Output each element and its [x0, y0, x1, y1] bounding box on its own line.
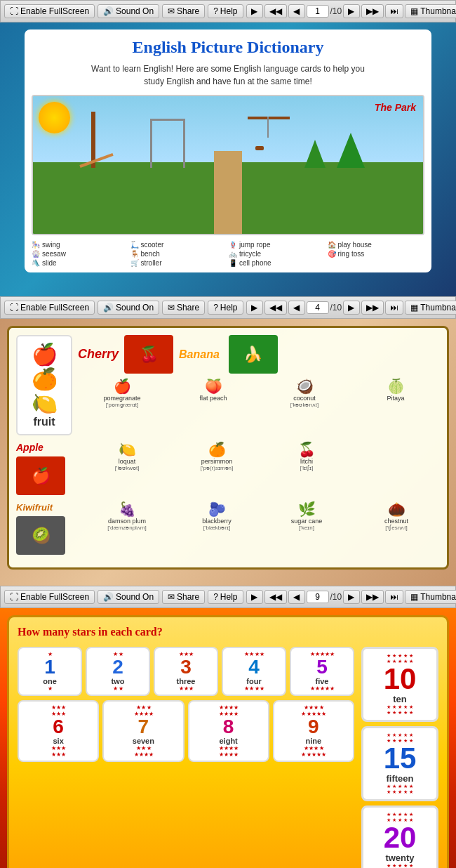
big-num-card-10: ★ ★ ★ ★ ★★ ★ ★ ★ ★ 10 ten ★ ★ ★ ★ ★★ ★ ★… [361, 647, 438, 722]
sound-icon-1: 🔊 [103, 6, 114, 16]
digit-8: 8 [192, 717, 265, 737]
nav-next-3[interactable]: ▶ [343, 590, 360, 604]
thumbnails-button-2[interactable]: ▦ Thumbnails [405, 301, 456, 315]
page-input-2[interactable] [307, 301, 329, 314]
help-icon-1: ? [213, 6, 218, 16]
park-label: The Park [375, 102, 416, 113]
digit-6: 6 [22, 717, 95, 737]
vocab-empty [328, 259, 425, 267]
nav-next-fast-2[interactable]: ▶▶ [361, 301, 384, 315]
digit-2: 2 [90, 657, 146, 677]
nav-first-1[interactable]: ◀◀ [264, 4, 287, 18]
nav-prev-3[interactable]: ◀ [288, 590, 305, 604]
share-button-3[interactable]: ✉ Share [162, 590, 205, 604]
swing-bar [248, 117, 290, 119]
nav-play-3[interactable]: ▶ [246, 590, 263, 604]
page-total-1: /10 [330, 6, 342, 16]
stars-3b: ★ ★ ★ [158, 685, 214, 692]
num-card-4: ★ ★ ★ ★ 4 four ★ ★ ★ ★ [222, 647, 286, 696]
digit-5: 5 [294, 657, 350, 677]
nav-first-3[interactable]: ◀◀ [264, 590, 287, 604]
toolbar-1: ⛶ Enable FullScreen 🔊 Sound On ✉ Share ?… [0, 0, 456, 22]
share-button-2[interactable]: ✉ Share [162, 301, 205, 315]
word-7: seven [107, 737, 180, 745]
help-button-3[interactable]: ? Help [208, 590, 243, 604]
park-sun [39, 102, 70, 133]
numbers-row2: ★ ★ ★★ ★ ★ 6 six ★ ★ ★★ ★ ★ ★ ★ ★★ ★ ★ ★… [18, 700, 354, 762]
page-input-3[interactable] [307, 591, 329, 603]
word-6: six [22, 737, 95, 745]
nav-next-fast-3[interactable]: ▶▶ [361, 590, 384, 604]
sound-button-1[interactable]: 🔊 Sound On [98, 4, 159, 18]
vocab-ringtoss: 🎯 ring toss [328, 250, 425, 258]
nav-play-1[interactable]: ▶ [246, 4, 263, 18]
word-4: four [226, 677, 282, 685]
fruit-blackberry: 🫐 blackberry ['blækbərɪ] [173, 501, 260, 531]
help-icon-3: ? [213, 592, 218, 602]
fullscreen-icon-1: ⛶ [10, 6, 18, 16]
thumbnails-button-1[interactable]: ▦ Thumbnails [405, 4, 456, 18]
fruit-damsonplum: 🍇 damson plum ['dæmzənplʌm] [83, 501, 170, 531]
share-button-1[interactable]: ✉ Share [162, 4, 205, 18]
digit-4: 4 [226, 657, 282, 677]
section-page4: ⛶ Enable FullScreen 🔊 Sound On ✉ Share ?… [0, 296, 456, 586]
fullscreen-icon-2: ⛶ [10, 303, 18, 313]
num-card-3: ★ ★ ★ 3 three ★ ★ ★ [154, 647, 218, 696]
vocab-jumprope: 🪢 jump rope [229, 241, 326, 249]
fullscreen-button-2[interactable]: ⛶ Enable FullScreen [4, 301, 95, 315]
nav-next-1[interactable]: ▶ [343, 4, 360, 18]
vocabulary-grid: 🎠 swing 🛴 scooter 🪢 jump rope 🏠 play hou… [25, 235, 431, 272]
stars-1b: ★ [22, 685, 78, 692]
nav-prev-1[interactable]: ◀ [288, 4, 305, 18]
nav-last-1[interactable]: ⏭ [385, 4, 403, 18]
kiwi-section: Kiwifruit 🥝 🍇 damson plum ['dæmzənplʌm] … [16, 501, 440, 555]
page-input-1[interactable] [307, 5, 329, 18]
kiwi-left: Kiwifruit 🥝 [16, 501, 78, 555]
big-word-10: ten [370, 694, 429, 704]
fullscreen-button-1[interactable]: ⛶ Enable FullScreen [4, 4, 95, 18]
fruit-top-row: 🍎🍊🍋 fruit Cherry 🍒 Banana 🍌 🍎 [16, 335, 440, 435]
help-button-2[interactable]: ? Help [208, 301, 243, 315]
nav-play-2[interactable]: ▶ [246, 301, 263, 315]
nav-prev-2[interactable]: ◀ [288, 301, 305, 315]
thumbnails-button-3[interactable]: ▦ Thumbnails [405, 590, 456, 604]
page-total-3: /10 [330, 592, 342, 602]
help-icon-2: ? [213, 303, 218, 313]
word-8: eight [192, 737, 265, 745]
sound-icon-2: 🔊 [103, 303, 114, 313]
thumbnails-icon-1: ▦ [410, 6, 418, 16]
num-card-1: ★ 1 one ★ [18, 647, 82, 696]
word-9: nine [277, 737, 350, 745]
help-button-1[interactable]: ? Help [208, 4, 243, 18]
vocab-tricycle: 🚲 tricycle [229, 250, 326, 258]
digit-9: 9 [277, 717, 350, 737]
big-num-15-stars-b: ★ ★ ★ ★ ★★ ★ ★ ★ ★ [370, 784, 429, 795]
sound-button-2[interactable]: 🔊 Sound On [98, 301, 159, 315]
swing-rope [267, 117, 269, 138]
nav-next-fast-1[interactable]: ▶▶ [361, 4, 384, 18]
nav-group-1: ▶ ◀◀ ◀ /10 ▶ ▶▶ ⏭ ▦ Thumbnails [246, 4, 456, 18]
sound-button-3[interactable]: 🔊 Sound On [98, 590, 159, 604]
big-num-20-stars-b: ★ ★ ★ ★ ★★ ★ ★ ★ ★ [370, 863, 429, 868]
fullscreen-button-3[interactable]: ⛶ Enable FullScreen [4, 590, 95, 604]
big-word-15: fifteen [370, 773, 429, 784]
digit-7: 7 [107, 717, 180, 737]
nav-next-2[interactable]: ▶ [343, 301, 360, 315]
nav-last-3[interactable]: ⏭ [385, 590, 403, 604]
big-num-10-stars-b: ★ ★ ★ ★ ★★ ★ ★ ★ ★ [370, 704, 429, 716]
stars-9b: ★ ★ ★ ★★ ★ ★ ★ ★ [277, 745, 350, 758]
big-digit-20: 20 [370, 823, 429, 853]
fruit-right-section: Cherry 🍒 Banana 🍌 🍎 pomegranate ['pɒmɡræ… [78, 335, 440, 408]
page1-background: English Picture Dictionary Want to learn… [0, 22, 456, 296]
nav-first-2[interactable]: ◀◀ [264, 301, 287, 315]
vocab-playhouse: 🏠 play house [328, 241, 425, 249]
numbers-question: How many stars in each card? [18, 626, 438, 638]
fruit-grid-row3: 🍇 damson plum ['dæmzənplʌm] 🫐 blackberry… [83, 501, 440, 531]
fruit-placeholder [353, 441, 440, 471]
toolbar-3: ⛶ Enable FullScreen 🔊 Sound On ✉ Share ?… [0, 586, 456, 608]
nav-last-2[interactable]: ⏭ [385, 301, 403, 315]
nav-group-3: ▶ ◀◀ ◀ /10 ▶ ▶▶ ⏭ ▦ Thumbnails [246, 590, 456, 604]
apple-left: Apple 🍎 [16, 441, 78, 495]
fruit-main-label: fruit [23, 416, 65, 428]
word-1: one [22, 677, 78, 685]
